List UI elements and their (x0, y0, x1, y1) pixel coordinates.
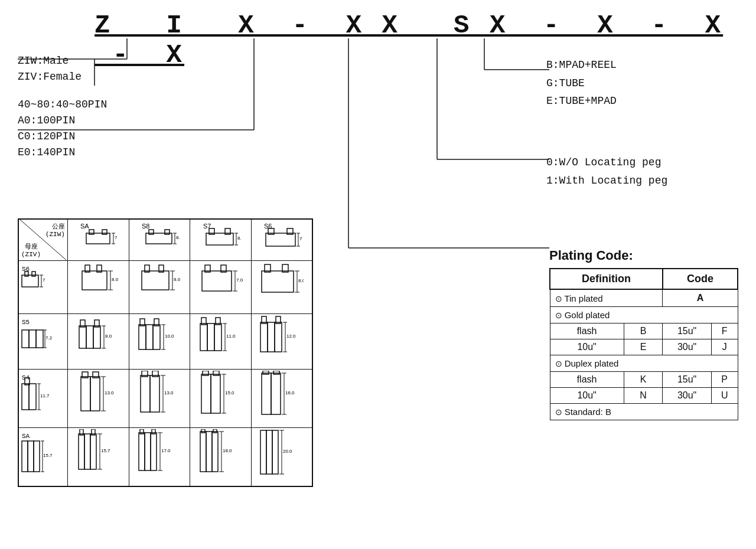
connector-table-wrapper: 公座(ZIW) 母座(ZIV) SA (18, 218, 313, 487)
svg-rect-101 (153, 325, 160, 349)
svg-rect-153 (213, 371, 219, 375)
row-label-sa: SA 15.7 (18, 427, 67, 486)
svg-rect-201 (260, 430, 266, 474)
cell-s5-s8: 10.0 (129, 313, 190, 369)
svg-rect-168 (28, 441, 34, 472)
standard-row: ⊙ Standard: B (550, 404, 738, 420)
connector-s4-sa: 13.0 (76, 371, 120, 424)
tin-plated-row: ⊙ Tin plated A (550, 289, 738, 307)
svg-rect-184 (145, 433, 151, 470)
svg-rect-83 (22, 330, 29, 348)
gold-15u-code: F (711, 323, 738, 339)
sa-connector-icon: SA 7 (77, 221, 119, 257)
svg-rect-183 (139, 433, 145, 470)
svg-rect-128 (29, 384, 36, 410)
duplex-flash-label: flash (550, 372, 624, 388)
cell-sa-sa: 15.7 (67, 427, 129, 486)
tin-plated-code: A (663, 289, 738, 307)
svg-rect-117 (260, 322, 268, 352)
svg-rect-16 (89, 230, 94, 234)
gold-30u-code: J (711, 339, 738, 355)
col-header-s6: S6 7.7 (251, 219, 312, 260)
duplex-30u-label: 30u" (663, 388, 711, 404)
svg-text:7: 7 (43, 277, 45, 283)
svg-rect-39 (266, 233, 295, 246)
svg-rect-49 (32, 272, 35, 276)
svg-rect-161 (273, 371, 279, 374)
pin-e0: E0:140PIN (18, 145, 107, 161)
col-header-s8: S8 8.7 (129, 219, 190, 260)
gold-plated-header-row: ⊙ Gold plated (550, 307, 738, 323)
svg-rect-160 (263, 371, 269, 374)
svg-rect-100 (146, 325, 153, 349)
svg-rect-108 (200, 323, 207, 351)
svg-rect-127 (22, 384, 29, 410)
cell-sa-s8: 17.0 (129, 427, 190, 486)
connector-table: 公座(ZIW) 母座(ZIV) SA (18, 218, 313, 487)
svg-rect-174 (79, 434, 84, 469)
gold-plated-label: ⊙ Gold plated (550, 307, 738, 323)
svg-rect-85 (36, 330, 43, 348)
duplex-header-row: ⊙ Duplex plated (550, 355, 738, 372)
cell-s4-s7: 15.0 (190, 369, 252, 427)
svg-rect-203 (272, 430, 278, 474)
ziv-label: ZIV:Female (18, 69, 107, 85)
svg-text:S5: S5 (22, 319, 30, 326)
connector-s6-s8: 8.0 (137, 262, 181, 309)
connector-sa-s8: 17.0 (137, 429, 181, 482)
svg-rect-54 (82, 271, 107, 290)
row-label-s5: S5 7.2 (18, 313, 67, 369)
connector-sa-s6: 20.0 (259, 429, 304, 482)
pin-labels: 40~80:40~80PIN A0:100PIN C0:120PIN E0:14… (18, 97, 107, 161)
gold-flash-label: flash (550, 323, 624, 339)
cell-s4-s8: 13.0 (129, 369, 190, 427)
svg-rect-187 (152, 429, 155, 434)
svg-text:13.0: 13.0 (164, 390, 174, 396)
gold-row-2: 10u" E 30u" J (550, 339, 738, 355)
svg-rect-25 (165, 230, 170, 234)
svg-rect-109 (207, 323, 214, 351)
svg-rect-195 (201, 429, 205, 433)
gold-10u-code: E (624, 339, 663, 355)
svg-rect-84 (29, 330, 36, 348)
svg-text:7.7: 7.7 (299, 236, 302, 241)
row-label-s4: S4 11.7 (18, 369, 67, 427)
connector-s6-sa: 8.0 (76, 262, 120, 309)
packaging-annotation: B:MPAD+REEL G:TUBE E:TUBE+MPAD (546, 56, 724, 110)
svg-text:8.0: 8.0 (112, 277, 119, 282)
duplex-10u-code: N (624, 388, 663, 404)
connector-s4-s6: 16.0 (259, 371, 304, 424)
gender-labels: ZIW:Male ZIV:Female (18, 53, 107, 85)
plating-header-code: Code (663, 269, 738, 289)
pin-a0: A0:100PIN (18, 113, 107, 129)
svg-rect-150 (201, 374, 211, 413)
packaging-g: G:TUBE (546, 74, 724, 93)
duplex-30u-code: U (711, 388, 738, 404)
svg-rect-152 (203, 371, 208, 375)
svg-rect-110 (214, 323, 221, 351)
svg-text:8.7: 8.7 (237, 236, 242, 241)
svg-text:7.0: 7.0 (236, 277, 243, 283)
locating-annotation: 0:W/O Locating peg 1:With Locating peg (546, 153, 724, 189)
svg-text:7: 7 (115, 235, 118, 240)
tin-plated-label: ⊙ Tin plated (550, 289, 663, 307)
connector-s4-s7: 15.0 (198, 371, 243, 424)
svg-rect-134 (81, 377, 90, 411)
table-row-s4: S4 11.7 (18, 369, 312, 427)
cell-s6-s6: 8.0 (251, 260, 312, 313)
duplex-15u-label: 15u" (663, 372, 711, 388)
gold-row-1: flash B 15u" F (550, 323, 738, 339)
connector-s5-s6: 12.0 (259, 315, 304, 365)
svg-text:18.0: 18.0 (223, 448, 232, 453)
svg-rect-135 (90, 377, 100, 411)
table-row-sa: SA 15.7 (18, 427, 312, 486)
connector-s5-sa: 8.0 (76, 315, 120, 365)
svg-rect-61 (142, 271, 169, 290)
svg-text:10.0: 10.0 (165, 334, 174, 339)
svg-rect-167 (22, 441, 28, 472)
cell-s5-s6: 12.0 (251, 313, 312, 369)
svg-rect-186 (140, 429, 144, 434)
connector-sa-s7: 18.0 (198, 429, 243, 482)
packaging-b: B:MPAD+REEL (546, 56, 724, 74)
duplex-label: ⊙ Duplex plated (550, 355, 738, 372)
